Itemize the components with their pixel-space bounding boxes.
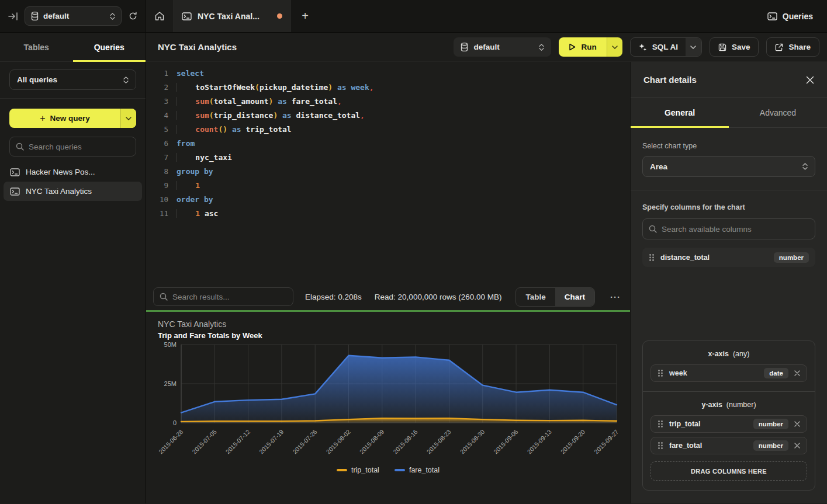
- y-axis-hint: (number): [726, 401, 756, 409]
- query-search-input[interactable]: [29, 142, 132, 151]
- x-axis-items: weekdate: [650, 364, 807, 382]
- panel-body: Select chart type Area Specify columns f…: [631, 128, 827, 503]
- close-icon[interactable]: [806, 76, 814, 84]
- divider: [0, 98, 146, 99]
- drag-handle-icon[interactable]: [649, 253, 655, 262]
- view-toggle-table[interactable]: Table: [516, 288, 555, 306]
- drag-handle-icon[interactable]: [658, 369, 663, 377]
- legend-label: fare_total: [409, 466, 440, 474]
- sidebar-query-item[interactable]: NYC Taxi Analytics: [4, 182, 142, 201]
- remove-column-icon[interactable]: [794, 421, 800, 427]
- x-axis-title: x-axis: [708, 350, 729, 358]
- search-icon: [16, 142, 24, 151]
- query-item-label: NYC Taxi Analytics: [26, 187, 92, 196]
- view-toggle-chart[interactable]: Chart: [555, 288, 594, 306]
- page-title: NYC Taxi Analytics: [158, 42, 237, 52]
- new-query-label: New query: [50, 114, 90, 123]
- queries-label: Queries: [783, 12, 813, 21]
- save-button[interactable]: Save: [710, 37, 759, 57]
- svg-text:0: 0: [173, 419, 177, 426]
- code-text: sum(trip_distance) as distance_total,: [177, 109, 365, 123]
- sql-ai-label: SQL AI: [652, 43, 678, 51]
- sidebar-query-item[interactable]: Hacker News Pos...: [4, 162, 142, 182]
- chevron-updown-icon: [802, 163, 808, 170]
- legend-item-fare_total[interactable]: fare_total: [395, 466, 440, 474]
- sidebar-tabs: Tables Queries: [0, 33, 146, 62]
- column-chip-distance_total[interactable]: distance_totalnumber: [642, 248, 815, 267]
- query-list: Hacker News Pos...NYC Taxi Analytics: [0, 162, 146, 201]
- column-chip-week[interactable]: weekdate: [650, 364, 807, 382]
- svg-text:2015-07-05: 2015-07-05: [191, 428, 218, 456]
- drag-handle-icon[interactable]: [658, 420, 663, 428]
- new-tab-button[interactable]: +: [291, 0, 319, 32]
- drag-handle-icon[interactable]: [658, 442, 663, 450]
- sidebar-tab-tables[interactable]: Tables: [0, 33, 73, 61]
- chart-type-select[interactable]: Area: [642, 156, 815, 177]
- new-query-caret[interactable]: [120, 109, 136, 128]
- svg-text:50M: 50M: [164, 341, 177, 348]
- y-axis-section: y-axis (number) trip_totalnumberfare_tot…: [643, 391, 815, 490]
- editor-line: 8group by: [151, 165, 630, 179]
- column-chip-trip_total[interactable]: trip_totalnumber: [650, 415, 807, 433]
- refresh-icon[interactable]: [129, 12, 137, 20]
- main-header: NYC Taxi Analytics default Run: [146, 33, 827, 62]
- queries-terminal-icon: [767, 12, 777, 20]
- code-text: group by: [177, 165, 213, 179]
- code-text: count() as trip_total: [177, 123, 292, 137]
- sql-ai-button[interactable]: SQL AI: [630, 37, 702, 57]
- tab-strip: NYC Taxi Anal... +: [146, 0, 319, 32]
- columns-search[interactable]: [642, 218, 815, 239]
- tab-general[interactable]: General: [631, 98, 729, 127]
- svg-text:2015-08-02: 2015-08-02: [324, 428, 352, 456]
- code-text: from: [177, 137, 195, 151]
- legend-label: trip_total: [351, 466, 379, 474]
- run-options-caret[interactable]: [607, 37, 622, 57]
- query-filter-select[interactable]: All queries: [9, 69, 136, 90]
- results-search[interactable]: [153, 287, 293, 306]
- sql-editor[interactable]: 1select2 toStartOfWeek(pickup_datetime) …: [146, 62, 630, 283]
- line-number: 7: [151, 151, 168, 165]
- new-query-button[interactable]: + New query: [9, 109, 136, 128]
- topbar-database-select[interactable]: default: [25, 6, 122, 26]
- svg-text:2015-07-19: 2015-07-19: [258, 428, 285, 456]
- tab-home[interactable]: [146, 0, 174, 32]
- y-axis-title: y-axis: [701, 401, 722, 409]
- column-type-badge: date: [764, 368, 788, 378]
- area-chart[interactable]: 025M50M2015-06-282015-07-052015-07-12201…: [158, 341, 618, 465]
- query-terminal-icon: [182, 12, 192, 20]
- tab-nyc-taxi-analytics[interactable]: NYC Taxi Anal...: [174, 0, 291, 32]
- main-column: 1select2 toStartOfWeek(pickup_datetime) …: [146, 62, 630, 503]
- x-axis-hint: (any): [733, 350, 749, 358]
- line-number: 10: [151, 193, 168, 207]
- legend-item-trip_total[interactable]: trip_total: [337, 466, 379, 474]
- share-button[interactable]: Share: [766, 37, 819, 57]
- save-label: Save: [732, 43, 750, 51]
- results-search-input[interactable]: [172, 293, 287, 301]
- run-button[interactable]: Run: [559, 37, 622, 57]
- panel-tabs: General Advanced: [631, 98, 827, 128]
- line-number: 11: [151, 207, 168, 221]
- editor-line: 7 nyc_taxi: [151, 151, 630, 165]
- tab-advanced[interactable]: Advanced: [729, 98, 827, 127]
- column-type-badge: number: [753, 440, 788, 451]
- queries-shortcut[interactable]: Queries: [753, 0, 827, 32]
- chart-details-panel: Chart details General Advanced Select ch…: [630, 62, 827, 503]
- code-text: nyc_taxi: [177, 151, 232, 165]
- column-chip-fare_total[interactable]: fare_totalnumber: [650, 437, 807, 454]
- columns-search-input[interactable]: [662, 225, 809, 234]
- more-options-button[interactable]: ···: [608, 292, 623, 302]
- sidebar-tab-queries[interactable]: Queries: [73, 33, 146, 61]
- header-database-select[interactable]: default: [454, 37, 551, 57]
- tab-title: NYC Taxi Anal...: [198, 12, 259, 21]
- svg-text:2015-09-20: 2015-09-20: [559, 428, 587, 456]
- drop-zone[interactable]: DRAG COLUMNS HERE: [650, 461, 807, 481]
- remove-column-icon[interactable]: [794, 443, 800, 449]
- editor-line: 11 1 asc: [151, 207, 630, 221]
- collapse-sidebar-icon[interactable]: [8, 12, 18, 20]
- remove-column-icon[interactable]: [794, 370, 800, 376]
- chart-legend: trip_totalfare_total: [158, 466, 618, 474]
- sql-ai-caret[interactable]: [686, 38, 701, 56]
- query-search[interactable]: [9, 137, 136, 157]
- code-text: toStartOfWeek(pickup_datetime) as week,: [177, 81, 374, 95]
- line-number: 3: [151, 95, 168, 109]
